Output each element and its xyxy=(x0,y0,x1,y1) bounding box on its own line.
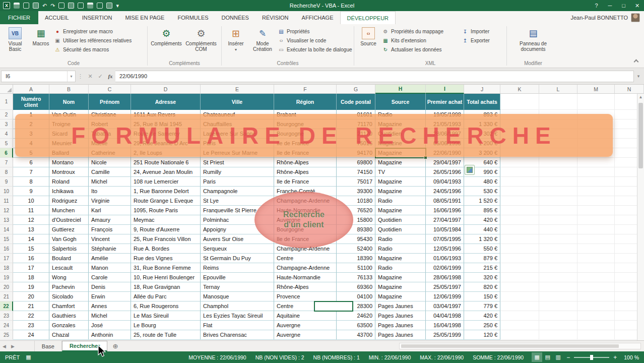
cell[interactable]: Radio xyxy=(375,234,426,244)
empty-cell[interactable] xyxy=(500,94,539,110)
cell[interactable]: 420 € xyxy=(464,311,500,321)
cell[interactable]: 52400 xyxy=(337,244,375,254)
empty-cell[interactable] xyxy=(500,282,539,292)
cell[interactable]: Haute-Normandie xyxy=(274,273,337,282)
cell[interactable]: Rodriguez xyxy=(49,196,89,206)
qat-icon[interactable] xyxy=(58,3,65,9)
insert-controls-button[interactable]: ⊞ Insérer ▾ xyxy=(223,25,248,60)
cell[interactable]: 12/05/1996 xyxy=(426,244,464,254)
tab-donnees[interactable]: DONNÉES xyxy=(215,11,255,24)
expansion-packs-button[interactable]: ▦ Kits d'extension xyxy=(382,37,460,44)
cell[interactable]: 23 xyxy=(13,321,49,330)
row-header-21[interactable]: 21 xyxy=(0,292,13,301)
cell[interactable]: 10/05/1984 xyxy=(426,225,464,234)
empty-cell[interactable] xyxy=(539,330,577,340)
empty-cell[interactable] xyxy=(577,167,615,177)
cell[interactable]: 17 xyxy=(13,263,49,273)
empty-cell[interactable] xyxy=(500,311,539,321)
status-stat[interactable]: MIN. : 22/06/1990 xyxy=(369,354,411,360)
empty-cell[interactable] xyxy=(539,254,577,263)
sheet-nav-right-icon[interactable]: ▶ xyxy=(9,344,17,349)
cell[interactable]: 1 320 € xyxy=(464,234,500,244)
cell[interactable]: Aquitaine xyxy=(274,311,337,321)
cell[interactable]: 15 xyxy=(13,244,49,254)
horizontal-scrollbar-thumb[interactable] xyxy=(401,344,619,348)
row-header-7[interactable]: 7 xyxy=(0,158,13,167)
empty-cell[interactable] xyxy=(500,301,539,311)
view-code-button[interactable]: ‹› Visualiser le code xyxy=(278,37,352,44)
row-header-1[interactable]: 1 xyxy=(0,94,13,110)
row-header-20[interactable]: 20 xyxy=(0,282,13,292)
empty-cell[interactable] xyxy=(577,282,615,292)
tab-developpeur[interactable]: DÉVELOPPEUR xyxy=(340,11,396,24)
cell[interactable]: Chazal xyxy=(49,330,89,340)
name-box-dropdown-icon[interactable]: ▾ xyxy=(67,71,75,82)
macros-button[interactable]: ▦ Macros xyxy=(29,25,53,60)
status-stat[interactable]: SOMME : 22/06/1990 xyxy=(473,354,524,360)
cell[interactable]: Denis xyxy=(89,282,131,292)
horizontal-scrollbar[interactable] xyxy=(399,343,641,349)
table-header-cell[interactable]: Ville xyxy=(201,94,274,110)
help-icon[interactable]: ? xyxy=(590,0,603,11)
empty-cell[interactable] xyxy=(577,263,615,273)
cell[interactable]: Nicole xyxy=(89,158,131,167)
sheet-tab-base[interactable]: Base xyxy=(34,341,62,351)
cancel-entry-icon[interactable]: ✕ xyxy=(85,73,95,80)
cell[interactable]: Chamfort xyxy=(49,301,89,311)
cell[interactable]: Radio xyxy=(375,263,426,273)
empty-cell[interactable] xyxy=(539,321,577,330)
cell[interactable]: 16/04/1998 xyxy=(426,321,464,330)
cell[interactable]: 22 xyxy=(13,311,49,321)
cell[interactable]: 14 xyxy=(13,234,49,244)
empty-cell[interactable] xyxy=(577,206,615,215)
table-header-cell[interactable]: Numéro client xyxy=(13,94,49,110)
search-form-banner[interactable]: FORMULAIRE DE RECHERCHE xyxy=(15,114,613,157)
cell[interactable]: 69800 xyxy=(337,158,375,167)
empty-cell[interactable] xyxy=(539,273,577,282)
cell[interactable]: Montano xyxy=(49,158,89,167)
empty-cell[interactable] xyxy=(577,196,615,206)
cell[interactable]: 24620 xyxy=(337,311,375,321)
confirm-entry-icon[interactable]: ✓ xyxy=(95,73,105,80)
sheet-nav-left-icon[interactable]: ◀ xyxy=(0,344,9,349)
record-macro-button[interactable]: ● Enregistrer une macro xyxy=(54,28,132,35)
cell[interactable]: 74150 xyxy=(337,167,375,177)
empty-cell[interactable] xyxy=(539,292,577,301)
cell[interactable]: Auvergne xyxy=(274,330,337,340)
empty-cell[interactable] xyxy=(577,225,615,234)
cell[interactable]: Rue A. Bordes xyxy=(131,244,201,254)
cell[interactable]: Magazine xyxy=(375,273,426,282)
cell[interactable]: Gonzales xyxy=(49,321,89,330)
empty-cell[interactable] xyxy=(500,263,539,273)
cell[interactable]: 1 520 € xyxy=(464,196,500,206)
empty-cell[interactable] xyxy=(500,273,539,282)
cell[interactable]: Quotidien xyxy=(375,215,426,225)
cell[interactable]: 150 € xyxy=(464,292,500,301)
cell[interactable]: Magazine xyxy=(375,187,426,196)
table-header-cell[interactable]: Nom xyxy=(49,94,89,110)
cell[interactable]: Ile de France xyxy=(274,177,337,187)
qat-icon[interactable] xyxy=(68,3,74,9)
empty-cell[interactable] xyxy=(577,311,615,321)
cell[interactable]: 43700 xyxy=(337,330,375,340)
empty-cell[interactable] xyxy=(539,177,577,187)
cell[interactable]: 215 € xyxy=(464,263,500,273)
empty-cell[interactable] xyxy=(539,215,577,225)
print-icon[interactable] xyxy=(33,3,39,9)
cell[interactable]: Champhol xyxy=(201,301,274,311)
table-header-cell[interactable]: Code postal xyxy=(337,94,375,110)
empty-cell[interactable] xyxy=(539,282,577,292)
name-box[interactable]: I6 ▾ xyxy=(1,71,76,82)
normal-view-icon[interactable]: ▦ xyxy=(532,352,542,362)
cell[interactable]: Wong xyxy=(49,273,89,282)
cell[interactable]: Michel xyxy=(89,177,131,187)
xml-source-button[interactable]: ‹› Source xyxy=(356,25,381,60)
empty-cell[interactable] xyxy=(539,196,577,206)
cell[interactable]: 28/06/1998 xyxy=(426,273,464,282)
cell[interactable]: 07/05/1995 xyxy=(426,234,464,244)
cell[interactable]: 7 xyxy=(13,167,49,177)
cell[interactable]: 8 xyxy=(13,177,49,187)
cell[interactable]: 29/04/1997 xyxy=(426,158,464,167)
cell[interactable]: 6 xyxy=(13,158,49,167)
empty-cell[interactable] xyxy=(500,187,539,196)
